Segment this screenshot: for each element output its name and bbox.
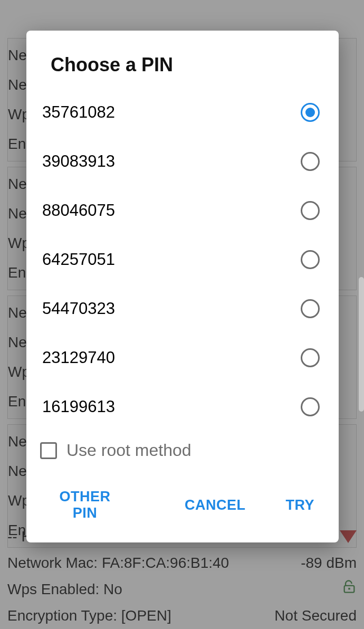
dialog-title: Choose a PIN	[26, 31, 339, 88]
dialog-actions: OTHER PIN CANCEL TRY	[26, 470, 339, 538]
pin-option[interactable]: 39083913	[42, 137, 323, 186]
choose-pin-dialog: Choose a PIN 357610823908391388046075642…	[26, 31, 339, 542]
pin-option-label: 35761082	[42, 103, 115, 122]
pin-option[interactable]: 16199613	[42, 382, 323, 431]
pin-option[interactable]: 23129740	[42, 333, 323, 382]
pin-option-radio[interactable]	[301, 348, 320, 367]
pin-option-label: 23129740	[42, 348, 115, 367]
use-root-method-row[interactable]: Use root method	[26, 431, 339, 470]
pin-option[interactable]: 54470323	[42, 284, 323, 333]
pin-option-radio[interactable]	[301, 397, 320, 416]
pin-option-radio[interactable]	[301, 201, 320, 220]
cancel-button[interactable]: CANCEL	[179, 493, 251, 518]
try-button[interactable]: TRY	[281, 493, 320, 518]
pin-option-radio[interactable]	[301, 152, 320, 171]
pin-option-radio[interactable]	[301, 250, 320, 269]
pin-option-radio[interactable]	[301, 103, 320, 122]
scrollbar-thumb[interactable]	[359, 277, 364, 412]
use-root-method-label: Use root method	[66, 441, 191, 460]
pin-option-list: 3576108239083913880460756425705154470323…	[26, 88, 339, 431]
pin-option-label: 64257051	[42, 250, 115, 269]
pin-option-label: 16199613	[42, 397, 115, 416]
pin-option-label: 88046075	[42, 201, 115, 220]
pin-option[interactable]: 64257051	[42, 235, 323, 284]
pin-option-radio[interactable]	[301, 299, 320, 318]
pin-option[interactable]: 88046075	[42, 186, 323, 235]
pin-option[interactable]: 35761082	[42, 88, 323, 137]
pin-option-label: 39083913	[42, 152, 115, 171]
pin-option-label: 54470323	[42, 299, 115, 318]
other-pin-button[interactable]: OTHER PIN	[50, 484, 120, 526]
use-root-method-checkbox[interactable]	[40, 442, 57, 459]
